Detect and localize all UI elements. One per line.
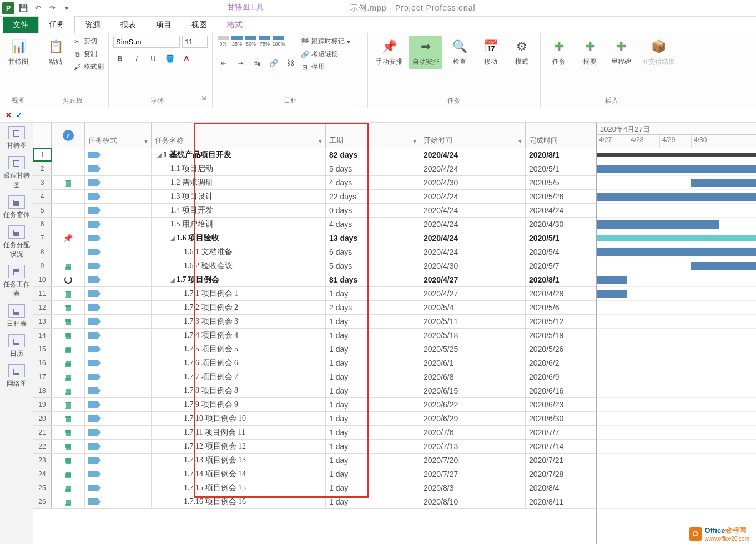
task-row[interactable]: 24▦1.7.14 项目例会 141 day2020/7/272020/7/28 xyxy=(33,467,596,481)
cell-duration[interactable]: 2 days xyxy=(326,301,420,314)
row-number[interactable]: 7 xyxy=(33,231,52,245)
task-row[interactable]: 11▦1.7.1 项目例会 11 day2020/4/272020/4/28 xyxy=(33,287,596,301)
cell-name[interactable]: 1.7.5 项目例会 5 xyxy=(152,342,326,356)
sidebar-item-0[interactable]: ▤甘特图 xyxy=(7,126,27,150)
gantt-bar[interactable] xyxy=(597,153,756,157)
cell-mode[interactable] xyxy=(85,370,152,384)
cell-mode[interactable] xyxy=(85,467,152,481)
cell-start[interactable]: 2020/4/24 xyxy=(420,218,526,231)
cell-info[interactable]: ▦ xyxy=(52,370,85,384)
cell-finish[interactable]: 2020/8/4 xyxy=(526,481,597,495)
collapse-icon[interactable]: ◢ xyxy=(170,277,175,283)
sidebar-item-7[interactable]: ▤网络图 xyxy=(7,364,27,389)
gantt-row[interactable] xyxy=(597,426,756,440)
cell-info[interactable]: ▦ xyxy=(52,426,85,439)
chevron-down-icon[interactable]: ▼ xyxy=(517,138,523,144)
task-row[interactable]: 61.5 用户培训4 days2020/4/242020/4/30 xyxy=(33,218,596,231)
cell-start[interactable]: 2020/4/24 xyxy=(420,245,526,259)
cell-duration[interactable]: 1 day xyxy=(326,454,420,467)
track-mark-button[interactable]: 🏁跟踪时标记 ▾ xyxy=(300,36,350,47)
cell-start[interactable]: 2020/4/24 xyxy=(420,162,526,175)
task-row[interactable]: 3▦1.2 需求调研4 days2020/4/302020/5/5 xyxy=(33,176,596,190)
cell-finish[interactable]: 2020/5/1 xyxy=(526,231,597,245)
cell-duration[interactable]: 82 days xyxy=(326,148,420,162)
cell-mode[interactable] xyxy=(85,162,152,175)
mode-button[interactable]: ⚙模式 xyxy=(508,36,536,69)
gantt-bar[interactable] xyxy=(597,276,627,284)
cell-duration[interactable]: 4 days xyxy=(326,218,420,231)
cell-name[interactable]: 1.7.2 项目例会 2 xyxy=(152,301,326,314)
font-color-button[interactable]: A xyxy=(180,52,193,64)
qat-dropdown-icon[interactable]: ▾ xyxy=(61,3,72,14)
task-row[interactable]: 20▦1.7.10 项目例会 101 day2020/6/292020/6/30 xyxy=(33,412,596,426)
cell-name[interactable]: 1.7.16 项目例会 16 xyxy=(152,495,326,508)
cell-duration[interactable]: 1 day xyxy=(326,370,420,384)
cell-info[interactable]: ▦ xyxy=(52,481,85,495)
bold-button[interactable]: B xyxy=(113,52,127,64)
copy-button[interactable]: ⧉复制 xyxy=(73,48,104,60)
cell-mode[interactable] xyxy=(85,412,152,425)
row-number[interactable]: 9 xyxy=(33,259,52,273)
task-row[interactable]: 15▦1.7.5 项目例会 51 day2020/5/252020/5/26 xyxy=(33,342,596,356)
row-number[interactable]: 1 xyxy=(33,148,52,162)
cell-info[interactable]: ▦ xyxy=(52,412,85,425)
gantt-row[interactable] xyxy=(597,315,756,329)
cell-name[interactable]: 1.7.9 项目例会 9 xyxy=(152,398,326,411)
cell-finish[interactable]: 2020/5/26 xyxy=(526,190,597,203)
gantt-bar[interactable] xyxy=(691,179,756,187)
cell-name[interactable]: 1.6.1 文档准备 xyxy=(152,245,326,259)
header-rownum[interactable] xyxy=(33,123,52,148)
cell-mode[interactable] xyxy=(85,148,152,162)
gantt-row[interactable] xyxy=(597,454,756,467)
tab-resource[interactable]: 资源 xyxy=(75,17,110,33)
cell-name[interactable]: ◢1.7 项目例会 xyxy=(152,273,326,286)
cell-start[interactable]: 2020/6/29 xyxy=(420,412,526,425)
cell-mode[interactable] xyxy=(85,204,152,217)
row-number[interactable]: 25 xyxy=(33,481,52,495)
cell-start[interactable]: 2020/5/4 xyxy=(420,301,526,314)
cell-mode[interactable] xyxy=(85,273,152,286)
task-row[interactable]: 26▦1.7.16 项目例会 161 day2020/8/102020/8/11 xyxy=(33,495,596,509)
gantt-row[interactable] xyxy=(597,190,756,204)
row-number[interactable]: 26 xyxy=(33,495,52,508)
cell-duration[interactable]: 22 days xyxy=(326,190,420,203)
header-start[interactable]: 开始时间▼ xyxy=(420,123,526,148)
gantt-bar[interactable] xyxy=(597,193,756,201)
header-name[interactable]: 任务名称▼ xyxy=(152,123,326,148)
undo-icon[interactable]: ↶ xyxy=(32,3,43,14)
cell-mode[interactable] xyxy=(85,356,152,370)
row-number[interactable]: 24 xyxy=(33,467,52,481)
cell-mode[interactable] xyxy=(85,259,152,273)
cell-start[interactable]: 2020/7/20 xyxy=(420,454,526,467)
gantt-row[interactable] xyxy=(597,440,756,454)
cell-duration[interactable]: 5 days xyxy=(326,259,420,273)
cell-start[interactable]: 2020/4/27 xyxy=(420,287,526,300)
cell-finish[interactable]: 2020/7/14 xyxy=(526,440,597,453)
task-row[interactable]: 22▦1.7.12 项目例会 121 day2020/7/132020/7/14 xyxy=(33,440,596,454)
cell-mode[interactable] xyxy=(85,315,152,328)
row-number[interactable]: 8 xyxy=(33,245,52,259)
task-row[interactable]: 25▦1.7.15 项目例会 151 day2020/8/32020/8/4 xyxy=(33,481,596,495)
cell-duration[interactable]: 81 days xyxy=(326,273,420,286)
gantt-row[interactable] xyxy=(597,245,756,259)
task-row[interactable]: 51.4 项目开发0 days2020/4/242020/4/24 xyxy=(33,204,596,218)
pct-50-button[interactable]: 50% xyxy=(245,36,257,52)
cell-duration[interactable]: 1 day xyxy=(326,426,420,439)
cell-name[interactable]: 1.7.7 项目例会 7 xyxy=(152,370,326,384)
insert-deliverable-button[interactable]: 📦可交付结果 xyxy=(638,36,678,69)
row-number[interactable]: 18 xyxy=(33,384,52,397)
task-row[interactable]: 19▦1.7.9 项目例会 91 day2020/6/222020/6/23 xyxy=(33,398,596,412)
cell-duration[interactable]: 1 day xyxy=(326,440,420,453)
gantt-chart[interactable]: 2020年4月27日 4/274/284/294/30 xyxy=(597,123,756,544)
cell-info[interactable]: ▦ xyxy=(52,356,85,370)
tab-task[interactable]: 任务 xyxy=(38,16,75,33)
cell-info[interactable]: ▦ xyxy=(52,495,85,508)
gantt-bar[interactable] xyxy=(691,262,756,270)
cell-duration[interactable]: 1 day xyxy=(326,287,420,300)
cell-mode[interactable] xyxy=(85,218,152,231)
cell-duration[interactable]: 4 days xyxy=(326,176,420,189)
cell-finish[interactable]: 2020/5/4 xyxy=(526,245,597,259)
cell-duration[interactable]: 1 day xyxy=(326,481,420,495)
cell-duration[interactable]: 0 days xyxy=(326,204,420,217)
cell-info[interactable]: ▦ xyxy=(52,176,85,189)
